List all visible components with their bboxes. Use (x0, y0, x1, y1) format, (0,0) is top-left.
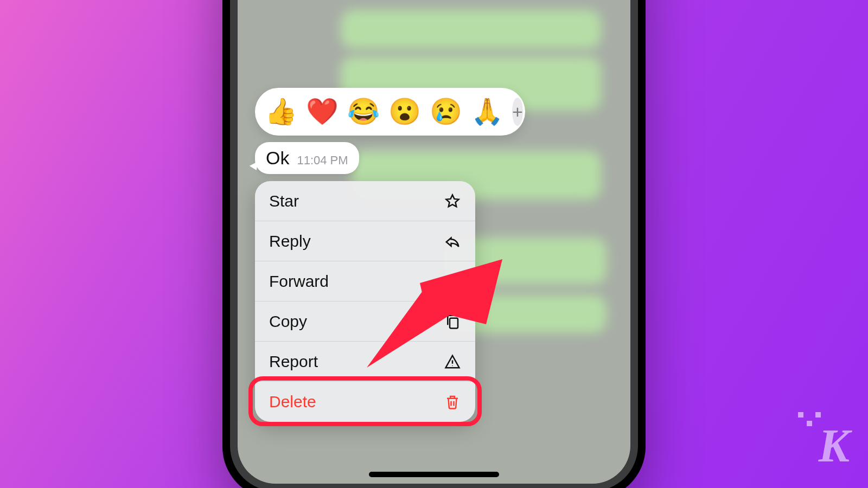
message-text: Ok (266, 147, 289, 169)
menu-item-star[interactable]: Star (255, 181, 475, 221)
reaction-bar: 👍❤️😂😮😢🙏+ (255, 88, 525, 136)
message-bubble[interactable]: Ok 11:04 PM (255, 142, 359, 174)
menu-item-label: Copy (269, 312, 307, 331)
reaction-0[interactable]: 👍 (265, 99, 297, 125)
reaction-2[interactable]: 😂 (347, 99, 380, 125)
watermark-dots (798, 412, 821, 426)
svg-point-2 (452, 365, 453, 366)
reaction-3[interactable]: 😮 (388, 99, 421, 125)
reply-icon (444, 233, 461, 250)
context-menu: StarReplyForwardCopyReportDelete (255, 181, 475, 422)
trash-icon (444, 393, 461, 410)
watermark-logo: K (819, 419, 848, 473)
menu-item-label: Forward (269, 272, 329, 291)
menu-item-delete[interactable]: Delete (255, 382, 475, 422)
menu-item-label: Reply (269, 232, 311, 251)
watermark-text: K (819, 420, 848, 472)
menu-item-label: Report (269, 352, 318, 371)
forward-icon (444, 273, 461, 290)
message-time: 11:04 PM (297, 153, 348, 168)
phone-screen: 👍❤️😂😮😢🙏+ Ok 11:04 PM StarReplyForwardCop… (238, 0, 630, 484)
star-icon (444, 192, 461, 210)
reaction-4[interactable]: 😢 (430, 99, 462, 125)
bubble-tail (249, 160, 258, 170)
copy-icon (444, 313, 461, 330)
menu-item-reply[interactable]: Reply (255, 221, 475, 261)
message-bubble-wrap: Ok 11:04 PM (255, 142, 359, 174)
reaction-1[interactable]: ❤️ (306, 99, 339, 125)
report-icon (444, 353, 461, 370)
phone-bezel: 👍❤️😂😮😢🙏+ Ok 11:04 PM StarReplyForwardCop… (230, 0, 638, 488)
menu-item-label: Star (269, 192, 299, 210)
bg-bubble (341, 10, 601, 49)
menu-item-copy[interactable]: Copy (255, 301, 475, 342)
reaction-add-button[interactable]: + (512, 98, 523, 126)
menu-item-label: Delete (269, 393, 316, 411)
reaction-5[interactable]: 🙏 (471, 99, 503, 125)
home-indicator (369, 472, 499, 477)
menu-item-forward[interactable]: Forward (255, 261, 475, 301)
svg-rect-0 (450, 318, 458, 328)
phone-frame: 👍❤️😂😮😢🙏+ Ok 11:04 PM StarReplyForwardCop… (222, 0, 646, 488)
stage: 👍❤️😂😮😢🙏+ Ok 11:04 PM StarReplyForwardCop… (0, 0, 868, 488)
menu-item-report[interactable]: Report (255, 342, 475, 382)
